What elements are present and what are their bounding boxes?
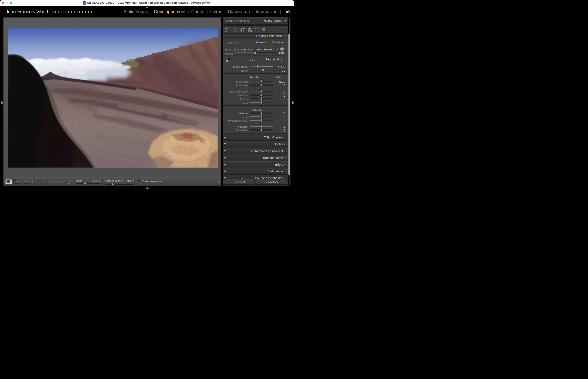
svg-text:CAT: CAT (84, 3, 86, 4)
svg-text:LrC: LrC (83, 2, 86, 3)
